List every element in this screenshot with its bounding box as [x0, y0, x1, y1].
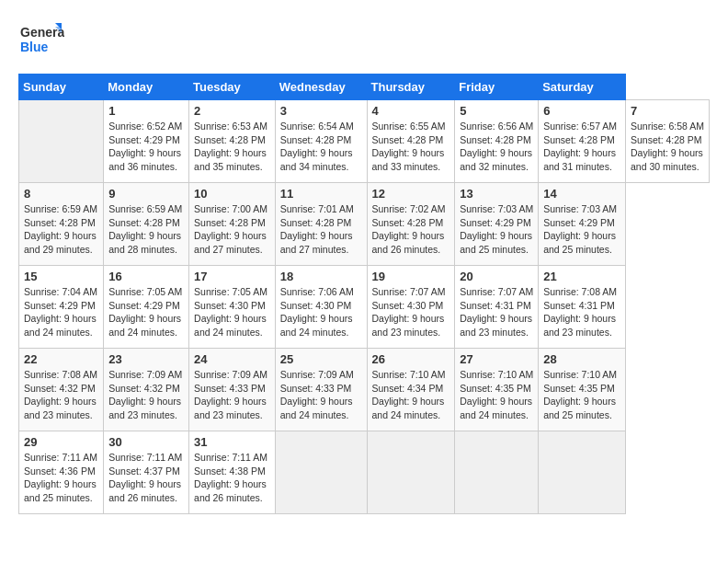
calendar-cell: 24 Sunrise: 7:09 AMSunset: 4:33 PMDaylig…: [189, 349, 276, 431]
calendar-body: 1 Sunrise: 6:52 AMSunset: 4:29 PMDayligh…: [19, 100, 710, 514]
day-info: Sunrise: 6:59 AMSunset: 4:28 PMDaylight:…: [108, 202, 184, 257]
calendar-cell: 18 Sunrise: 7:06 AMSunset: 4:30 PMDaylig…: [275, 266, 367, 349]
calendar-cell: 14 Sunrise: 7:03 AMSunset: 4:29 PMDaylig…: [539, 183, 626, 266]
day-info: Sunrise: 7:10 AMSunset: 4:35 PMDaylight:…: [543, 368, 620, 422]
calendar-cell: 3 Sunrise: 6:54 AMSunset: 4:28 PMDayligh…: [275, 100, 367, 183]
calendar-cell: 11 Sunrise: 7:01 AMSunset: 4:28 PMDaylig…: [275, 183, 367, 266]
day-info: Sunrise: 7:05 AMSunset: 4:29 PMDaylight:…: [108, 285, 184, 339]
day-info: Sunrise: 6:57 AMSunset: 4:28 PMDaylight:…: [543, 120, 620, 174]
day-number: 20: [460, 270, 533, 283]
calendar-cell: 4 Sunrise: 6:55 AMSunset: 4:28 PMDayligh…: [367, 100, 455, 183]
logo-svg: General Blue: [18, 18, 64, 64]
week-row-0: 1 Sunrise: 6:52 AMSunset: 4:29 PMDayligh…: [19, 100, 710, 183]
header-row: SundayMondayTuesdayWednesdayThursdayFrid…: [19, 75, 710, 100]
calendar-cell: 20 Sunrise: 7:07 AMSunset: 4:31 PMDaylig…: [455, 266, 539, 349]
day-number: 24: [194, 352, 270, 366]
day-info: Sunrise: 6:52 AMSunset: 4:29 PMDaylight:…: [108, 120, 184, 174]
logo: General Blue: [18, 18, 64, 64]
day-number: 30: [108, 435, 184, 449]
day-info: Sunrise: 7:08 AMSunset: 4:32 PMDaylight:…: [24, 368, 98, 422]
day-header-monday: Monday: [104, 75, 189, 100]
day-info: Sunrise: 7:03 AMSunset: 4:29 PMDaylight:…: [460, 202, 533, 257]
day-info: Sunrise: 7:07 AMSunset: 4:31 PMDaylight:…: [460, 285, 533, 339]
calendar-cell: 13 Sunrise: 7:03 AMSunset: 4:29 PMDaylig…: [455, 183, 539, 266]
day-number: 19: [372, 270, 450, 283]
day-info: Sunrise: 7:11 AMSunset: 4:37 PMDaylight:…: [108, 451, 184, 505]
svg-text:Blue: Blue: [20, 40, 49, 54]
week-row-1: 8 Sunrise: 6:59 AMSunset: 4:28 PMDayligh…: [19, 183, 710, 266]
week-row-2: 15 Sunrise: 7:04 AMSunset: 4:29 PMDaylig…: [19, 266, 710, 349]
calendar-cell: 29 Sunrise: 7:11 AMSunset: 4:36 PMDaylig…: [19, 431, 104, 514]
day-number: 7: [631, 104, 704, 118]
day-number: 29: [24, 435, 98, 449]
day-number: 1: [108, 104, 184, 118]
day-number: 27: [460, 352, 533, 366]
day-number: 16: [108, 270, 184, 283]
day-number: 2: [194, 104, 270, 118]
calendar-cell: 25 Sunrise: 7:09 AMSunset: 4:33 PMDaylig…: [275, 349, 367, 431]
day-number: 31: [194, 435, 270, 449]
day-header-saturday: Saturday: [539, 75, 626, 100]
day-number: 3: [280, 104, 362, 118]
day-number: 18: [280, 270, 362, 283]
calendar-cell: [275, 431, 367, 514]
calendar-cell: 5 Sunrise: 6:56 AMSunset: 4:28 PMDayligh…: [455, 100, 539, 183]
page-header: General Blue: [18, 18, 710, 64]
day-header-tuesday: Tuesday: [189, 75, 276, 100]
day-number: 17: [194, 270, 270, 283]
calendar-cell: 10 Sunrise: 7:00 AMSunset: 4:28 PMDaylig…: [189, 183, 276, 266]
day-header-sunday: Sunday: [19, 75, 104, 100]
day-number: 11: [280, 187, 362, 201]
day-info: Sunrise: 7:09 AMSunset: 4:33 PMDaylight:…: [194, 368, 270, 422]
calendar-cell: 21 Sunrise: 7:08 AMSunset: 4:31 PMDaylig…: [539, 266, 626, 349]
day-number: 10: [194, 187, 270, 201]
calendar-cell: 17 Sunrise: 7:05 AMSunset: 4:30 PMDaylig…: [189, 266, 276, 349]
calendar-cell: 26 Sunrise: 7:10 AMSunset: 4:34 PMDaylig…: [367, 349, 455, 431]
calendar-cell: 27 Sunrise: 7:10 AMSunset: 4:35 PMDaylig…: [455, 349, 539, 431]
day-info: Sunrise: 6:58 AMSunset: 4:28 PMDaylight:…: [631, 120, 704, 174]
calendar-table: SundayMondayTuesdayWednesdayThursdayFrid…: [18, 74, 710, 514]
day-number: 8: [24, 187, 98, 201]
day-info: Sunrise: 6:53 AMSunset: 4:28 PMDaylight:…: [194, 120, 270, 174]
day-info: Sunrise: 7:05 AMSunset: 4:30 PMDaylight:…: [194, 285, 270, 339]
calendar-cell: 2 Sunrise: 6:53 AMSunset: 4:28 PMDayligh…: [189, 100, 276, 183]
calendar-cell: [367, 431, 455, 514]
day-info: Sunrise: 6:55 AMSunset: 4:28 PMDaylight:…: [372, 120, 450, 174]
calendar-cell: 8 Sunrise: 6:59 AMSunset: 4:28 PMDayligh…: [19, 183, 104, 266]
day-info: Sunrise: 7:00 AMSunset: 4:28 PMDaylight:…: [194, 202, 270, 257]
day-info: Sunrise: 7:10 AMSunset: 4:35 PMDaylight:…: [460, 368, 533, 422]
calendar-cell: 9 Sunrise: 6:59 AMSunset: 4:28 PMDayligh…: [104, 183, 189, 266]
calendar-cell: 15 Sunrise: 7:04 AMSunset: 4:29 PMDaylig…: [19, 266, 104, 349]
day-info: Sunrise: 7:06 AMSunset: 4:30 PMDaylight:…: [280, 285, 362, 339]
day-number: 26: [372, 352, 450, 366]
calendar-cell: 6 Sunrise: 6:57 AMSunset: 4:28 PMDayligh…: [539, 100, 626, 183]
day-number: 13: [460, 187, 533, 201]
week-row-3: 22 Sunrise: 7:08 AMSunset: 4:32 PMDaylig…: [19, 349, 710, 431]
day-info: Sunrise: 7:11 AMSunset: 4:36 PMDaylight:…: [24, 451, 98, 505]
day-info: Sunrise: 7:09 AMSunset: 4:33 PMDaylight:…: [280, 368, 362, 422]
calendar-cell: 22 Sunrise: 7:08 AMSunset: 4:32 PMDaylig…: [19, 349, 104, 431]
calendar-cell: 31 Sunrise: 7:11 AMSunset: 4:38 PMDaylig…: [189, 431, 276, 514]
calendar-cell: 28 Sunrise: 7:10 AMSunset: 4:35 PMDaylig…: [539, 349, 626, 431]
day-number: 23: [108, 352, 184, 366]
calendar-cell: 16 Sunrise: 7:05 AMSunset: 4:29 PMDaylig…: [104, 266, 189, 349]
day-info: Sunrise: 6:54 AMSunset: 4:28 PMDaylight:…: [280, 120, 362, 174]
day-number: 25: [280, 352, 362, 366]
day-number: 4: [372, 104, 450, 118]
day-header-wednesday: Wednesday: [275, 75, 367, 100]
day-number: 9: [108, 187, 184, 201]
day-number: 6: [543, 104, 620, 118]
day-info: Sunrise: 7:04 AMSunset: 4:29 PMDaylight:…: [24, 285, 98, 339]
calendar-cell: [19, 100, 104, 183]
calendar-cell: 19 Sunrise: 7:07 AMSunset: 4:30 PMDaylig…: [367, 266, 455, 349]
day-info: Sunrise: 7:03 AMSunset: 4:29 PMDaylight:…: [543, 202, 620, 257]
calendar-cell: [455, 431, 539, 514]
day-info: Sunrise: 6:59 AMSunset: 4:28 PMDaylight:…: [24, 202, 98, 257]
day-info: Sunrise: 7:09 AMSunset: 4:32 PMDaylight:…: [108, 368, 184, 422]
day-header-thursday: Thursday: [367, 75, 455, 100]
calendar-cell: 30 Sunrise: 7:11 AMSunset: 4:37 PMDaylig…: [104, 431, 189, 514]
day-number: 5: [460, 104, 533, 118]
day-number: 21: [543, 270, 620, 283]
calendar-cell: 12 Sunrise: 7:02 AMSunset: 4:28 PMDaylig…: [367, 183, 455, 266]
day-number: 14: [543, 187, 620, 201]
